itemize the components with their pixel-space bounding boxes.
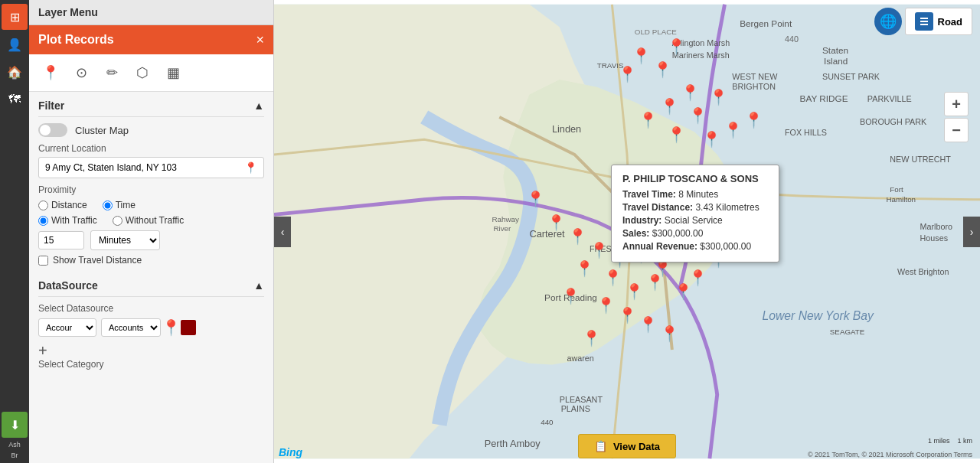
svg-text:440: 440	[541, 418, 554, 426]
popup-annual-revenue-label: Annual Revenue:	[622, 241, 697, 252]
unit-select[interactable]: Minutes Miles Kilometers	[90, 230, 160, 250]
location-pin-icon: 📍	[244, 161, 257, 174]
download-icon: ⬇	[10, 418, 20, 432]
filter-header[interactable]: Filter ▲	[38, 92, 264, 117]
layer-menu-header: Layer Menu	[29, 0, 273, 25]
road-view-button[interactable]: Road	[905, 8, 973, 35]
with-traffic-radio-item[interactable]: With Traffic	[38, 215, 97, 226]
without-traffic-radio-item[interactable]: Without Traffic	[113, 215, 184, 226]
polygon-tool-button[interactable]: ⬡	[130, 60, 155, 85]
svg-text:Carteret: Carteret	[529, 228, 565, 240]
sidebar-icon-home[interactable]: 🏠	[2, 59, 28, 85]
svg-text:SUNSET PARK: SUNSET PARK	[822, 72, 880, 81]
map-popup: P. PHILIP TOSCANO & SONS Travel Time: 8 …	[611, 165, 779, 262]
home-icon: 🏠	[7, 65, 22, 80]
cluster-map-toggle[interactable]	[38, 123, 67, 137]
popup-travel-time: Travel Time: 8 Minutes	[622, 189, 768, 200]
distance-radio-item[interactable]: Distance	[38, 200, 87, 210]
cluster-map-label: Cluster Map	[75, 125, 129, 136]
datasource-row: Accour Leads Contacts Accounts Leads Con…	[38, 318, 264, 337]
view-data-icon: 📋	[594, 440, 607, 452]
svg-text:TRAVIS: TRAVIS	[597, 61, 624, 70]
popup-sales: Sales: $300,000.00	[622, 228, 768, 239]
svg-text:NEW UTRECHT: NEW UTRECHT	[890, 155, 951, 164]
svg-text:Hamilton: Hamilton	[886, 195, 916, 204]
datasource-header[interactable]: DataSource ▲	[38, 272, 264, 297]
table-tool-button[interactable]: ▦	[161, 60, 185, 85]
svg-text:BOROUGH PARK: BOROUGH PARK	[860, 117, 927, 126]
zoom-out-button[interactable]: −	[944, 118, 969, 142]
zoom-controls: + −	[944, 92, 969, 142]
datasource-collapse-icon: ▲	[253, 279, 264, 292]
svg-text:awaren: awaren	[567, 354, 594, 363]
road-icon	[915, 12, 933, 31]
globe-icon: 🌐	[880, 13, 897, 30]
with-traffic-radio[interactable]	[38, 216, 48, 226]
distance-radio[interactable]	[38, 201, 48, 210]
show-travel-distance-checkbox[interactable]	[38, 256, 48, 266]
location-input-wrapper: 📍	[38, 157, 264, 178]
map-top-right-controls: 🌐 Road	[874, 8, 973, 35]
globe-button[interactable]: 🌐	[874, 8, 902, 35]
nav-right-icon: ›	[970, 226, 974, 238]
sidebar-icon-map[interactable]: 🗺	[2, 86, 28, 112]
datasource-content: Select Datasource Accour Leads Contacts …	[38, 297, 264, 376]
add-datasource-button[interactable]: +	[38, 343, 47, 358]
popup-travel-distance-value: 3.43 Kilometres	[695, 202, 759, 213]
draw-circle-button[interactable]: ⊙	[69, 60, 93, 85]
panel-close-button[interactable]: ×	[256, 33, 264, 47]
nav-left-button[interactable]: ‹	[274, 217, 291, 247]
select-datasource-label: Select Datasource	[38, 303, 264, 314]
bing-logo: Bing	[279, 446, 302, 458]
svg-text:Bergen Point: Bergen Point	[740, 18, 792, 28]
filter-label: Filter	[38, 99, 64, 112]
location-tool-button[interactable]: 📍	[38, 60, 63, 85]
filter-content: Cluster Map Current Location 📍 Proximity…	[38, 117, 264, 272]
view-data-button[interactable]: 📋 View Data	[578, 434, 676, 458]
svg-text:SEAGATE: SEAGATE	[830, 328, 865, 336]
popup-sales-label: Sales:	[622, 228, 649, 239]
svg-text:Rahway: Rahway	[492, 215, 518, 223]
color-block[interactable]	[181, 320, 196, 335]
table-icon: ▦	[167, 64, 180, 81]
popup-annual-revenue-value: $300,000.00	[700, 241, 751, 252]
proximity-input-row: Minutes Miles Kilometers	[38, 230, 264, 250]
svg-text:Marlboro: Marlboro	[920, 222, 952, 231]
svg-text:Houses: Houses	[920, 233, 949, 243]
svg-text:PLAINS: PLAINS	[561, 404, 590, 413]
pin-red-icon: 📍	[165, 321, 176, 334]
sidebar-icon-download[interactable]: ⬇	[2, 412, 28, 438]
svg-text:OLD PLACE: OLD PLACE	[635, 28, 677, 36]
svg-text:West Brighton: West Brighton	[897, 267, 949, 276]
datasource-select-2[interactable]: Accounts Leads Contacts	[101, 318, 161, 337]
pencil-tool-button[interactable]: ✏	[100, 60, 124, 85]
proximity-number-input[interactable]	[38, 231, 84, 249]
datasource-section: DataSource ▲ Select Datasource Accour Le…	[29, 272, 273, 376]
nav-left-icon: ‹	[281, 226, 285, 238]
time-label: Time	[116, 200, 136, 210]
time-radio-item[interactable]: Time	[103, 200, 136, 210]
svg-text:Linden: Linden	[552, 123, 581, 135]
current-location-label: Current Location	[38, 143, 264, 154]
sidebar-br-label: Br	[11, 452, 18, 459]
cluster-map-row: Cluster Map	[38, 123, 264, 137]
proximity-type-row: Distance Time	[38, 200, 264, 210]
svg-text:Staten: Staten	[822, 45, 848, 55]
svg-text:Island: Island	[824, 56, 848, 66]
nav-right-button[interactable]: ›	[963, 217, 980, 247]
zoom-in-button[interactable]: +	[944, 92, 969, 116]
without-traffic-radio[interactable]	[113, 216, 122, 226]
svg-text:WEST NEW: WEST NEW	[732, 72, 778, 81]
location-input[interactable]	[45, 162, 242, 173]
datasource-select-1[interactable]: Accour Leads Contacts	[38, 318, 96, 337]
svg-text:River: River	[493, 224, 511, 233]
svg-text:Mariners Marsh: Mariners Marsh	[672, 51, 730, 60]
sidebar-icon-grid[interactable]: ⊞	[2, 4, 28, 30]
with-traffic-label: With Traffic	[51, 215, 97, 226]
sidebar-icon-person[interactable]: 👤	[2, 31, 28, 57]
svg-text:BRIGHTON: BRIGHTON	[732, 82, 776, 91]
location-icon: 📍	[42, 64, 59, 81]
time-radio[interactable]	[103, 201, 113, 210]
proximity-label: Proximity	[38, 184, 264, 195]
popup-industry-label: Industry:	[622, 215, 662, 226]
